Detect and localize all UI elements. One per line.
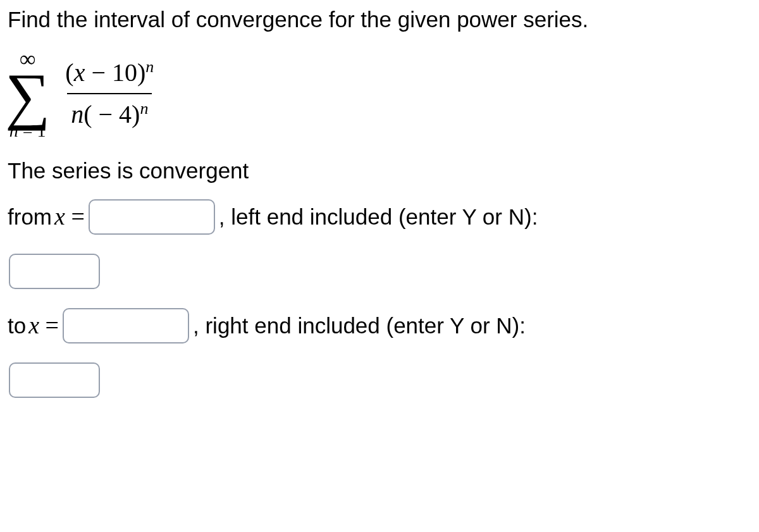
from-label: from (8, 202, 52, 232)
left-end-label: , left end included (enter Y or N): (219, 202, 538, 232)
to-x-equals: x = (28, 310, 59, 341)
series-formula: ∞ ∑ n = 1 (x − 10)n n( − 4)n (8, 42, 751, 139)
from-x-input[interactable] (89, 199, 215, 235)
sigma-symbol: ∑ (5, 69, 50, 123)
denominator: n( − 4)n (67, 93, 152, 131)
right-end-label: , right end included (enter Y or N): (193, 311, 526, 340)
fraction: (x − 10)n n( − 4)n (61, 56, 157, 131)
convergence-statement: The series is convergent (8, 156, 751, 185)
summation-operator: ∞ ∑ n = 1 (5, 49, 50, 139)
to-x-input[interactable] (63, 308, 189, 343)
lower-limit: n = 1 (9, 123, 46, 139)
to-label: to (8, 311, 26, 340)
numerator: (x − 10)n (61, 56, 157, 93)
from-row: from x = , left end included (enter Y or… (8, 197, 751, 237)
right-end-input[interactable] (9, 362, 100, 398)
question-prompt: Find the interval of convergence for the… (8, 5, 751, 34)
left-end-input[interactable] (9, 254, 100, 289)
from-x-equals: x = (54, 201, 85, 232)
to-row: to x = , right end included (enter Y or … (8, 306, 751, 346)
